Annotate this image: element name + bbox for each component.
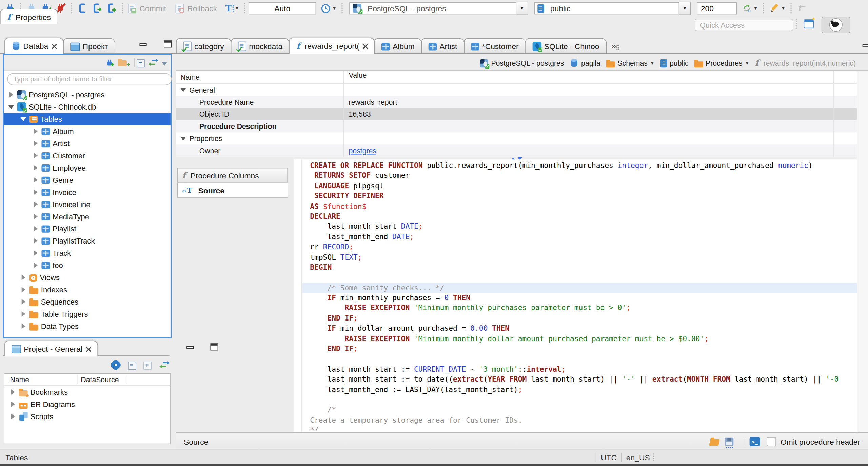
expander-icon[interactable] xyxy=(180,135,187,142)
tab-rewards-report[interactable]: rewards_report( xyxy=(289,38,375,54)
code-line[interactable]: last_month_start DATE; xyxy=(302,222,857,232)
breadcrumb-item-procedures[interactable]: Procedures ▼ xyxy=(694,59,750,67)
transaction-log-button[interactable]: ▼ xyxy=(320,3,336,14)
breadcrumb-item-database[interactable]: pagila xyxy=(570,59,600,67)
sql-editor-icon[interactable] xyxy=(77,3,88,14)
gear-icon[interactable] xyxy=(111,360,121,370)
project-item-er-diagrams[interactable]: ER Diagrams xyxy=(4,398,170,410)
expander-icon[interactable] xyxy=(33,262,39,269)
tree-item-artist[interactable]: Artist xyxy=(4,137,170,150)
expander-icon[interactable] xyxy=(33,164,39,171)
property-row-general[interactable]: General xyxy=(176,84,857,96)
new-sql-editor-icon[interactable] xyxy=(106,3,117,14)
collapse-all-icon[interactable] xyxy=(128,361,136,369)
code-line[interactable]: /* Some sanity checks... */ xyxy=(302,283,857,293)
grid-column-divider[interactable] xyxy=(833,71,834,157)
tree-item-invoiceline[interactable]: InvoiceLine xyxy=(4,198,170,210)
expander-icon[interactable] xyxy=(8,103,15,110)
tab-database-navigator[interactable]: Databa xyxy=(4,38,64,54)
tree-item-invoice[interactable]: Invoice xyxy=(4,186,170,198)
tab-category[interactable]: category xyxy=(176,38,231,54)
code-line[interactable]: DECLARE xyxy=(302,212,857,222)
breadcrumb-item-procedure[interactable]: rewards_report(int4,numeric) xyxy=(755,59,856,67)
property-row-owner[interactable]: Owner postgres xyxy=(176,144,857,157)
tree-item-sequences[interactable]: Sequences xyxy=(4,296,170,308)
code-line[interactable] xyxy=(302,395,857,405)
minimize-editor-icon[interactable] xyxy=(863,44,868,50)
tree-item-data-types[interactable]: Data Types xyxy=(4,320,170,332)
link-with-editor-icon[interactable] xyxy=(159,361,170,369)
code-line[interactable] xyxy=(302,273,857,283)
expander-icon[interactable] xyxy=(33,213,39,220)
tab-album[interactable]: Album xyxy=(374,38,422,54)
code-line[interactable]: CREATE OR REPLACE FUNCTION public.reward… xyxy=(302,160,857,171)
tree-item-mediatype[interactable]: MediaType xyxy=(4,210,170,222)
rollback-button[interactable]: Rollback xyxy=(176,4,217,13)
tab-project-general[interactable]: Project - General xyxy=(4,341,98,356)
column-header-value[interactable]: Value xyxy=(343,71,857,83)
quick-access-input[interactable]: Quick Access xyxy=(695,19,793,31)
expander-icon[interactable] xyxy=(33,128,39,135)
expander-icon[interactable] xyxy=(20,298,27,305)
code-line[interactable]: IF min_dollar_amount_purchased = 0.00 TH… xyxy=(302,324,857,334)
tab-overflow-button[interactable]: 5 xyxy=(611,41,619,51)
tree-item-views[interactable]: Views xyxy=(4,271,170,284)
link-with-editor-icon[interactable] xyxy=(148,58,159,67)
expander-icon[interactable] xyxy=(10,389,17,395)
view-menu-icon[interactable] xyxy=(162,62,167,66)
schema-selector[interactable]: public xyxy=(534,2,691,15)
transaction-mode-button[interactable]: ▼ xyxy=(225,3,239,13)
open-in-console-icon[interactable] xyxy=(750,437,760,446)
expander-icon[interactable] xyxy=(33,140,39,147)
expander-icon[interactable] xyxy=(20,311,27,317)
code-line[interactable]: RAISE EXCEPTION 'Minimum monthly dollar … xyxy=(302,334,857,344)
expander-icon[interactable] xyxy=(33,189,39,196)
property-row-procedure-name[interactable]: Procedure Name rewards_report xyxy=(176,96,857,108)
expander-icon[interactable] xyxy=(33,237,39,244)
expander-icon[interactable] xyxy=(180,86,187,93)
expander-icon[interactable] xyxy=(33,201,39,208)
expander-icon[interactable] xyxy=(20,116,27,122)
commit-button[interactable]: Commit xyxy=(128,4,166,13)
project-item-scripts[interactable]: Scripts xyxy=(4,410,170,423)
tree-item-customer[interactable]: Customer xyxy=(4,150,170,162)
minimize-icon[interactable] xyxy=(186,346,192,351)
expander-icon[interactable] xyxy=(8,91,15,98)
tab-artist[interactable]: Artist xyxy=(421,38,464,54)
code-line[interactable]: END IF; xyxy=(302,344,857,354)
tree-item-indexes[interactable]: Indexes xyxy=(4,284,170,296)
open-sql-script-icon[interactable] xyxy=(91,3,102,14)
code-line[interactable]: AS $function$ xyxy=(302,201,857,212)
tab-properties[interactable]: Properties xyxy=(0,9,58,24)
expander-icon[interactable] xyxy=(33,177,39,183)
close-icon[interactable] xyxy=(363,43,368,48)
expander-icon[interactable] xyxy=(33,225,39,232)
tree-item-album[interactable]: Album xyxy=(4,125,170,137)
tab-mockdata[interactable]: mockdata xyxy=(231,38,290,54)
tree-item-sqlite-connection[interactable]: SQLite - Chinook.db xyxy=(4,101,170,113)
maximize-icon[interactable] xyxy=(211,343,218,350)
expander-icon[interactable] xyxy=(20,274,27,281)
tree-item-tables[interactable]: Tables xyxy=(4,113,170,125)
subtab-source[interactable]: Source xyxy=(177,183,288,198)
schema-dropdown-button[interactable] xyxy=(679,2,691,15)
fetch-size-input[interactable]: 200 xyxy=(697,2,737,15)
expander-icon[interactable] xyxy=(20,286,27,293)
object-filter-input[interactable] xyxy=(7,73,172,85)
new-connection-icon[interactable] xyxy=(104,58,115,67)
perspective-icon[interactable] xyxy=(804,19,814,28)
tab-sqlite-chinook[interactable]: SQLite - Chinoo xyxy=(525,38,606,54)
code-line[interactable]: END IF; xyxy=(302,313,857,324)
connection-selector[interactable]: PostgreSQL - postgres xyxy=(349,2,528,15)
code-area[interactable]: CREATE OR REPLACE FUNCTION public.reward… xyxy=(302,160,857,431)
expander-icon[interactable] xyxy=(33,152,39,159)
tree-item-playlist[interactable]: Playlist xyxy=(4,222,170,235)
tab-projects[interactable]: Проект xyxy=(63,38,115,54)
new-folder-icon[interactable]: + xyxy=(118,58,129,67)
code-line[interactable]: RAISE EXCEPTION 'Minimum monthly purchas… xyxy=(302,303,857,313)
commit-mode-combo[interactable]: Auto xyxy=(249,2,316,15)
code-line[interactable]: last_month_start := to_date((extract(YEA… xyxy=(302,374,857,385)
editor-scrollbar[interactable] xyxy=(857,71,868,432)
status-locale[interactable]: en_US xyxy=(626,453,650,462)
code-line[interactable]: RETURNS SETOF customer xyxy=(302,171,857,181)
